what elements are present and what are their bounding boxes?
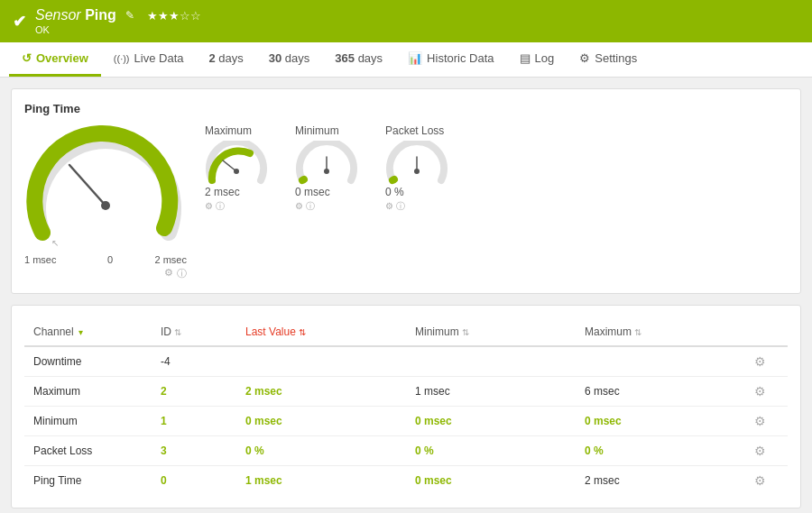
row-gear-icon[interactable]: ⚙ xyxy=(754,473,766,488)
cell-lastvalue: 2 msec xyxy=(236,377,406,407)
cell-id: 1 xyxy=(152,407,236,436)
small-gauge-maximum: Maximum 2 msec ⚙ ⓘ xyxy=(205,124,268,213)
small-gauge-packet-title: Packet Loss xyxy=(385,124,444,137)
big-gauge-max: 2 msec xyxy=(155,254,187,265)
ping-word: Ping xyxy=(85,7,116,23)
col-header-lastvalue[interactable]: Last Value ⇅ xyxy=(236,318,406,346)
table-row: Downtime -4 ⚙ xyxy=(24,346,788,377)
big-gauge-zero: 0 xyxy=(107,254,113,265)
small-min-info-icon[interactable]: ⓘ xyxy=(306,201,315,211)
big-gauge-icons: ⚙ ⓘ xyxy=(24,267,187,280)
small-gauge-maximum-value: 2 msec xyxy=(205,186,240,198)
cell-maximum: 2 msec xyxy=(576,466,745,496)
cell-id: 2 xyxy=(152,377,236,407)
big-gauge: ↖ 1 msec 0 2 msec ⚙ ⓘ xyxy=(24,124,187,280)
small-packet-settings-icon[interactable]: ⚙ xyxy=(385,201,393,211)
small-gauge-packet-value: 0 % xyxy=(385,186,404,198)
col-header-id[interactable]: ID ⇅ xyxy=(152,318,236,346)
cell-action: ⚙ xyxy=(745,436,788,466)
cell-action: ⚙ xyxy=(745,377,788,407)
table-card: Channel ▾ ID ⇅ Last Value ⇅ Minimum ⇅ Ma… xyxy=(11,305,801,508)
tab-live-data[interactable]: ((·)) Live Data xyxy=(101,42,197,77)
live-data-icon: ((·)) xyxy=(114,53,130,64)
header-status: OK xyxy=(35,24,201,35)
col-header-channel[interactable]: Channel ▾ xyxy=(24,318,152,346)
cell-id: 3 xyxy=(152,436,236,466)
small-gauge-minimum-value: 0 msec xyxy=(295,186,330,198)
cell-minimum xyxy=(406,346,576,377)
tab-2days-label: 2 days xyxy=(208,51,243,65)
svg-point-4 xyxy=(234,169,239,174)
tab-30days[interactable]: 30 days xyxy=(256,42,323,77)
small-gauge-minimum-title: Minimum xyxy=(295,124,339,137)
header: ✔ Sensor Ping ✎ ★★★☆☆ OK xyxy=(0,0,812,42)
gauge-card: Ping Time ↖ 1 msec 0 2 mse xyxy=(11,88,801,294)
cell-maximum xyxy=(576,346,745,377)
tab-log[interactable]: ▤ Log xyxy=(507,42,567,77)
cell-maximum: 0 msec xyxy=(576,407,745,436)
small-gauge-packet-loss: Packet Loss 0 % ⚙ ⓘ xyxy=(385,124,448,213)
col-header-maximum[interactable]: Maximum ⇅ xyxy=(576,318,745,346)
cell-channel: Ping Time xyxy=(24,466,152,496)
tab-live-data-label: Live Data xyxy=(134,51,184,65)
tab-30days-label: 30 days xyxy=(269,51,310,65)
edit-icon[interactable]: ✎ xyxy=(125,9,134,22)
tab-historic-label: Historic Data xyxy=(427,51,494,65)
gauge-section: ↖ 1 msec 0 2 msec ⚙ ⓘ Maximum xyxy=(24,124,788,280)
tab-log-label: Log xyxy=(535,51,555,65)
svg-point-8 xyxy=(414,169,420,174)
small-gauge-packet-svg xyxy=(385,141,448,186)
info-tiny-icon[interactable]: ⓘ xyxy=(177,267,187,280)
row-gear-icon[interactable]: ⚙ xyxy=(754,444,766,458)
header-title: Sensor Ping xyxy=(35,7,116,23)
cell-minimum: 0 % xyxy=(406,436,576,466)
col-header-action xyxy=(745,318,788,346)
cell-minimum: 1 msec xyxy=(406,377,576,407)
check-mark-icon: ✔ xyxy=(13,12,26,32)
small-gauge-minimum: Minimum 0 msec ⚙ ⓘ xyxy=(295,124,358,213)
small-min-settings-icon[interactable]: ⚙ xyxy=(295,201,303,211)
svg-point-1 xyxy=(101,201,110,210)
row-gear-icon[interactable]: ⚙ xyxy=(754,414,766,428)
star-rating: ★★★☆☆ xyxy=(147,9,201,23)
cell-action: ⚙ xyxy=(745,407,788,436)
small-gauge-maximum-svg xyxy=(205,141,268,186)
cell-channel: Packet Loss xyxy=(24,436,152,466)
historic-icon: 📊 xyxy=(408,51,422,65)
col-header-minimum[interactable]: Minimum ⇅ xyxy=(406,318,576,346)
svg-point-6 xyxy=(324,169,329,174)
small-max-settings-icon[interactable]: ⚙ xyxy=(205,201,213,211)
tab-overview[interactable]: ↺ Overview xyxy=(9,42,101,77)
settings-tiny-icon[interactable]: ⚙ xyxy=(164,267,173,280)
nav-tabs: ↺ Overview ((·)) Live Data 2 days 30 day… xyxy=(0,42,812,78)
small-packet-info-icon[interactable]: ⓘ xyxy=(396,201,405,211)
small-gauge-minimum-svg xyxy=(295,141,358,186)
cell-lastvalue: 0 msec xyxy=(236,407,406,436)
gauge-card-title: Ping Time xyxy=(24,102,788,115)
cell-lastvalue: 0 % xyxy=(236,436,406,466)
small-max-info-icon[interactable]: ⓘ xyxy=(216,201,225,211)
settings-icon: ⚙ xyxy=(579,51,590,65)
main-content: Ping Time ↖ 1 msec 0 2 mse xyxy=(0,78,812,513)
tab-historic[interactable]: 📊 Historic Data xyxy=(395,42,506,77)
tab-365days[interactable]: 365 days xyxy=(322,42,395,77)
cell-channel: Minimum xyxy=(24,407,152,436)
big-gauge-scale: 1 msec 0 2 msec xyxy=(24,254,187,265)
svg-text:↖: ↖ xyxy=(51,238,59,248)
row-gear-icon[interactable]: ⚙ xyxy=(754,384,766,398)
cell-channel: Maximum xyxy=(24,377,152,407)
table-row: Minimum 1 0 msec 0 msec 0 msec ⚙ xyxy=(24,407,788,436)
tab-settings[interactable]: ⚙ Settings xyxy=(567,42,650,77)
tab-settings-label: Settings xyxy=(595,51,637,65)
tab-2days[interactable]: 2 days xyxy=(196,42,255,77)
log-icon: ▤ xyxy=(520,51,531,65)
channels-table: Channel ▾ ID ⇅ Last Value ⇅ Minimum ⇅ Ma… xyxy=(24,318,788,495)
cell-minimum: 0 msec xyxy=(406,407,576,436)
table-row: Ping Time 0 1 msec 0 msec 2 msec ⚙ xyxy=(24,466,788,496)
row-gear-icon[interactable]: ⚙ xyxy=(754,354,766,369)
tab-overview-label: Overview xyxy=(36,51,88,65)
table-header-row: Channel ▾ ID ⇅ Last Value ⇅ Minimum ⇅ Ma… xyxy=(24,318,788,346)
cell-lastvalue xyxy=(236,346,406,377)
cell-minimum: 0 msec xyxy=(406,466,576,496)
channel-sort-icon: ▾ xyxy=(78,327,83,337)
